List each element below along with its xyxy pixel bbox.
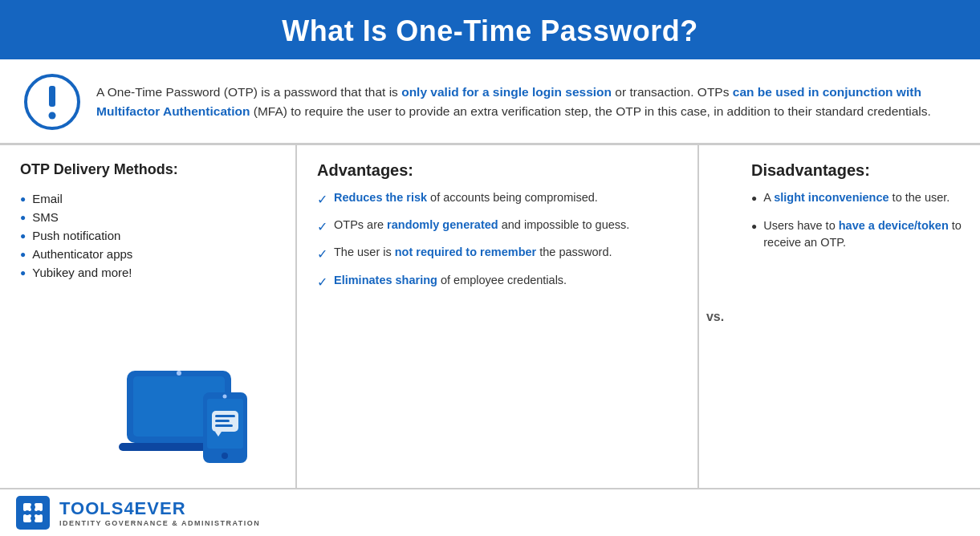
checkmark-icon: ✓ <box>317 217 327 236</box>
svg-rect-12 <box>215 415 235 417</box>
svg-rect-19 <box>35 514 43 522</box>
svg-point-22 <box>30 516 35 521</box>
center-right-wrapper: Advantages: ✓ Reduces the risk of accoun… <box>297 145 980 488</box>
disadvantage-item-1: A slight inconvenience to the user. <box>751 189 964 206</box>
svg-rect-17 <box>35 503 43 511</box>
list-item: Authenticator apps <box>20 245 279 263</box>
advantage-text-2: OTPs are randomly generated and impossib… <box>334 217 629 233</box>
svg-point-10 <box>222 453 228 459</box>
checkmark-icon: ✓ <box>317 273 327 291</box>
advantage-text-3: The user is not required to remember the… <box>334 244 612 261</box>
puzzle-icon <box>21 501 45 525</box>
logo-icon <box>16 496 50 530</box>
intro-section: A One-Time Password (OTP) is a password … <box>0 59 980 144</box>
disadvantage-item-2: Users have to have a device/token to rec… <box>751 217 964 251</box>
svg-rect-1 <box>49 86 55 107</box>
advantage-item-2: ✓ OTPs are randomly generated and imposs… <box>317 217 681 236</box>
device-illustration <box>119 364 263 477</box>
advantages-panel: Advantages: ✓ Reduces the risk of accoun… <box>297 145 699 488</box>
page-title: What Is One-Time Password? <box>16 14 964 48</box>
advantage-item-1: ✓ Reduces the risk of accounts being com… <box>317 189 681 209</box>
advantage-item-4: ✓ Eliminates sharing of employee credent… <box>317 272 681 291</box>
header: What Is One-Time Password? <box>0 0 980 59</box>
main-container: What Is One-Time Password? A One-Time Pa… <box>0 0 980 536</box>
checkmark-icon: ✓ <box>317 190 327 209</box>
svg-point-23 <box>25 510 30 515</box>
advantages-list: ✓ Reduces the risk of accounts being com… <box>317 189 681 291</box>
vs-divider: vs. <box>699 145 731 488</box>
svg-rect-14 <box>215 424 233 427</box>
svg-rect-18 <box>23 514 31 522</box>
svg-point-20 <box>30 505 35 510</box>
bottom-section: OTP Delivery Methods: Email SMS Push not… <box>0 144 980 488</box>
delivery-title: OTP Delivery Methods: <box>20 161 279 178</box>
footer: TOOLS4EVER IDENTITY GOVERNANCE & ADMINIS… <box>0 488 980 536</box>
exclamation-icon <box>24 74 80 130</box>
logo-sub-text: IDENTITY GOVERNANCE & ADMINISTRATION <box>59 519 260 527</box>
checkmark-icon: ✓ <box>317 245 327 263</box>
disadvantages-list: A slight inconvenience to the user. User… <box>751 189 964 251</box>
svg-point-21 <box>36 510 41 515</box>
vs-label: vs. <box>706 310 724 324</box>
list-item: SMS <box>20 208 279 226</box>
logo-text-block: TOOLS4EVER IDENTITY GOVERNANCE & ADMINIS… <box>59 498 260 527</box>
disadvantages-panel: Disadvantages: A slight inconvenience to… <box>731 145 980 488</box>
svg-point-9 <box>223 395 227 399</box>
advantage-text-4: Eliminates sharing of employee credentia… <box>334 272 567 289</box>
list-item: Email <box>20 189 279 208</box>
svg-rect-16 <box>23 503 31 511</box>
intro-highlight-1: only valid for a single login session <box>401 85 612 99</box>
disadvantage-text-1: A slight inconvenience to the user. <box>763 189 950 206</box>
advantage-text-1: Reduces the risk of accounts being compr… <box>334 189 598 206</box>
intro-text: A One-Time Password (OTP) is a password … <box>96 83 956 121</box>
logo-main-text: TOOLS4EVER <box>59 498 260 519</box>
svg-point-6 <box>177 371 181 376</box>
disadvantage-text-2: Users have to have a device/token to rec… <box>763 217 964 251</box>
advantage-item-3: ✓ The user is not required to remember t… <box>317 244 681 263</box>
svg-rect-13 <box>215 420 230 422</box>
list-item: Push notification <box>20 226 279 245</box>
delivery-panel: OTP Delivery Methods: Email SMS Push not… <box>0 145 297 488</box>
disadvantages-title: Disadvantages: <box>751 161 964 180</box>
list-item: Yubikey and more! <box>20 263 279 282</box>
svg-point-2 <box>49 112 56 120</box>
advantages-title: Advantages: <box>317 161 681 180</box>
delivery-list: Email SMS Push notification Authenticato… <box>20 189 279 282</box>
